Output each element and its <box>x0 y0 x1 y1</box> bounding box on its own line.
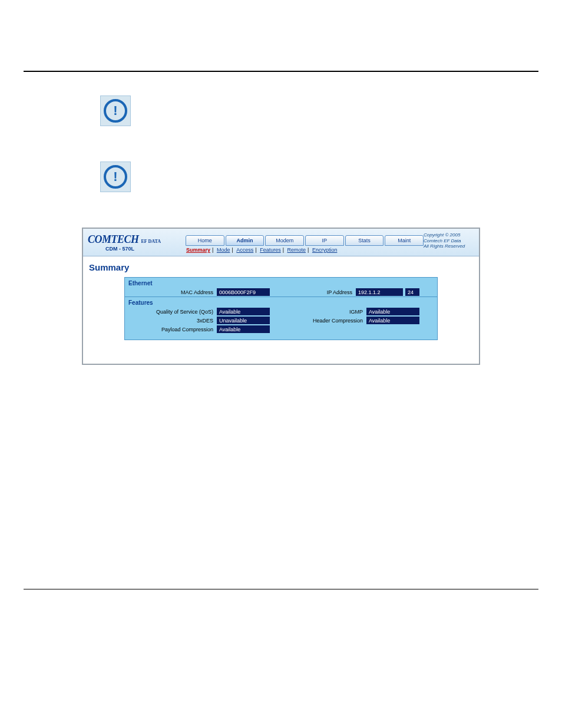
mac-address-value: 0006B000F2F9 <box>217 288 270 296</box>
features-section-title: Features <box>125 297 437 307</box>
main-tabs: Home Admin Modem IP Stats Maint <box>182 235 424 246</box>
logo-text: COMTECH EF DATA <box>88 233 161 246</box>
3xdes-label: 3xDES <box>125 318 217 324</box>
copyright-block: Copyright © 2005 Comtech EF Data All Rig… <box>424 229 479 256</box>
ip-address-label: IP Address <box>317 289 356 295</box>
header-compression-value: Available <box>366 317 419 324</box>
subnav-features[interactable]: Features <box>260 247 281 253</box>
tab-ip[interactable]: IP <box>305 235 344 246</box>
admin-summary-panel: COMTECH EF DATA CDM - 570L Home Admin Mo… <box>82 228 480 365</box>
alert-icon: ! <box>100 162 131 192</box>
mac-address-label: MAC Address <box>125 289 217 295</box>
ethernet-section-title: Ethernet <box>125 278 437 288</box>
tab-modem[interactable]: Modem <box>265 235 304 246</box>
qos-label: Quality of Service (QoS) <box>125 309 217 315</box>
alert-icon: ! <box>100 95 131 126</box>
page-title: Summary <box>89 262 473 272</box>
tab-stats[interactable]: Stats <box>345 235 384 246</box>
tab-home[interactable]: Home <box>186 235 224 246</box>
notice-1: ! <box>24 95 538 126</box>
logo-subtext: EF DATA <box>141 239 161 244</box>
subnav-encryption[interactable]: Encryption <box>312 247 338 253</box>
bottom-rule <box>24 589 538 589</box>
summary-box: Ethernet MAC Address 0006B000F2F9 IP Add… <box>124 277 438 340</box>
model-label: CDM - 570L <box>105 246 134 252</box>
notice-2: ! <box>24 162 538 192</box>
top-rule <box>24 71 538 72</box>
qos-value: Available <box>217 308 270 315</box>
subnav-mode[interactable]: Mode <box>217 247 230 253</box>
payload-compression-label: Payload Compression <box>125 327 217 332</box>
sub-nav: Summary| Mode| Access| Features| Remote|… <box>182 246 424 253</box>
payload-compression-value: Available <box>217 325 270 333</box>
tab-maint[interactable]: Maint <box>385 235 424 246</box>
igmp-label: IGMP <box>298 309 366 315</box>
logo-block: COMTECH EF DATA CDM - 570L <box>83 229 182 256</box>
ip-address-value: 192.1.1.2 <box>356 288 403 296</box>
tab-admin[interactable]: Admin <box>226 235 265 246</box>
3xdes-value: Unavailable <box>217 317 270 324</box>
igmp-value: Available <box>366 308 419 315</box>
header-compression-label: Header Compression <box>298 318 366 324</box>
ip-mask-value: 24 <box>405 288 419 296</box>
subnav-remote[interactable]: Remote <box>287 247 306 253</box>
subnav-access[interactable]: Access <box>236 247 253 253</box>
panel-header: COMTECH EF DATA CDM - 570L Home Admin Mo… <box>83 229 479 256</box>
subnav-summary[interactable]: Summary <box>186 247 210 253</box>
